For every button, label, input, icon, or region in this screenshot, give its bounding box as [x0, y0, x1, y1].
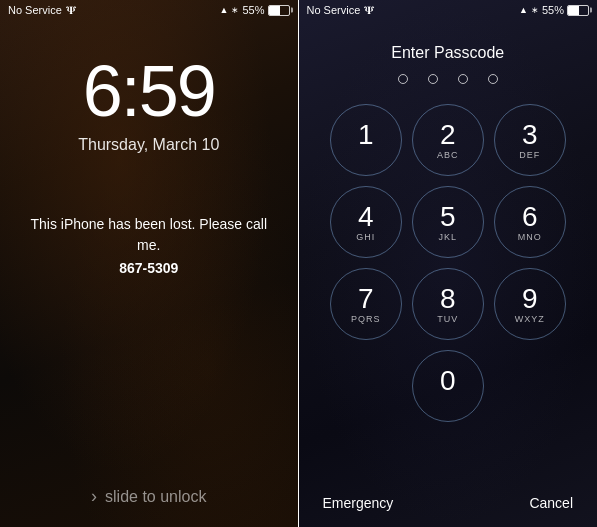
num-button-5[interactable]: 5 JKL [412, 186, 484, 258]
num-letters-7: PQRS [351, 314, 381, 324]
num-digit-7: 7 [358, 285, 374, 313]
num-digit-4: 4 [358, 203, 374, 231]
num-letters-1 [364, 150, 368, 160]
emergency-button[interactable]: Emergency [315, 489, 402, 517]
num-button-6[interactable]: 6 MNO [494, 186, 566, 258]
num-button-8[interactable]: 8 TUV [412, 268, 484, 340]
right-status-right: ▲ ∗ 55% [519, 4, 589, 16]
num-digit-5: 5 [440, 203, 456, 231]
num-letters-6: MNO [518, 232, 542, 242]
num-letters-8: TUV [437, 314, 458, 324]
passcode-dot-4 [488, 74, 498, 84]
slide-to-unlock[interactable]: › slide to unlock [0, 486, 298, 507]
right-wifi-icon: 𝚿 [364, 4, 374, 17]
left-carrier: No Service [8, 4, 62, 16]
right-status-left: No Service 𝚿 [307, 4, 375, 17]
num-letters-2: ABC [437, 150, 459, 160]
passcode-dots [398, 74, 498, 84]
right-carrier: No Service [307, 4, 361, 16]
num-button-3[interactable]: 3 DEF [494, 104, 566, 176]
num-letters-4: GHI [356, 232, 375, 242]
num-digit-9: 9 [522, 285, 538, 313]
num-letters-5: JKL [438, 232, 457, 242]
num-digit-3: 3 [522, 121, 538, 149]
num-button-9[interactable]: 9 WXYZ [494, 268, 566, 340]
cancel-button[interactable]: Cancel [521, 489, 581, 517]
num-button-0[interactable]: 0 [412, 350, 484, 422]
right-status-bar: No Service 𝚿 ▲ ∗ 55% [299, 0, 598, 20]
right-bluetooth-icon: ∗ [531, 5, 539, 15]
num-digit-6: 6 [522, 203, 538, 231]
left-battery-percent: 55% [242, 4, 264, 16]
num-digit-0: 0 [440, 367, 456, 395]
left-status-bar: No Service 𝚿 ▲ ∗ 55% [0, 0, 298, 20]
left-arrow-icon: ▲ [220, 5, 229, 15]
left-bluetooth-icon: ∗ [231, 5, 239, 15]
right-passcode-screen: No Service 𝚿 ▲ ∗ 55% Enter Passcode 1 2 [299, 0, 598, 527]
passcode-dot-3 [458, 74, 468, 84]
slide-label: slide to unlock [105, 488, 206, 506]
num-digit-8: 8 [440, 285, 456, 313]
numpad-row-1: 1 2 ABC 3 DEF [330, 104, 566, 176]
lost-message-line2: me. [137, 237, 160, 253]
left-lock-screen: No Service 𝚿 ▲ ∗ 55% 6:59 Thursday, Marc… [0, 0, 298, 527]
left-status-left: No Service 𝚿 [8, 4, 76, 17]
left-wifi-icon: 𝚿 [66, 4, 76, 17]
numpad: 1 2 ABC 3 DEF 4 GHI 5 JKL 6 M [330, 104, 566, 422]
left-battery-icon [268, 5, 290, 16]
time-display: 6:59 [83, 50, 215, 132]
num-letters-9: WXYZ [515, 314, 545, 324]
num-button-1[interactable]: 1 [330, 104, 402, 176]
num-digit-1: 1 [358, 121, 374, 149]
right-arrow-icon: ▲ [519, 5, 528, 15]
lost-message: This iPhone has been lost. Please call m… [0, 214, 298, 279]
num-button-2[interactable]: 2 ABC [412, 104, 484, 176]
right-battery-percent: 55% [542, 4, 564, 16]
passcode-dot-1 [398, 74, 408, 84]
num-digit-2: 2 [440, 121, 456, 149]
num-letters-3: DEF [519, 150, 540, 160]
chevron-right-icon: › [91, 486, 97, 507]
passcode-dot-2 [428, 74, 438, 84]
numpad-row-2: 4 GHI 5 JKL 6 MNO [330, 186, 566, 258]
passcode-title: Enter Passcode [391, 44, 504, 62]
numpad-row-0: 0 [330, 350, 566, 422]
num-button-4[interactable]: 4 GHI [330, 186, 402, 258]
left-status-right: ▲ ∗ 55% [220, 4, 290, 16]
lost-phone-number: 867-5309 [24, 258, 274, 279]
bottom-buttons: Emergency Cancel [299, 489, 598, 517]
date-display: Thursday, March 10 [78, 136, 219, 154]
numpad-row-3: 7 PQRS 8 TUV 9 WXYZ [330, 268, 566, 340]
num-button-7[interactable]: 7 PQRS [330, 268, 402, 340]
num-letters-0 [446, 396, 450, 406]
lost-message-line1: This iPhone has been lost. Please call [30, 216, 267, 232]
right-battery-icon [567, 5, 589, 16]
